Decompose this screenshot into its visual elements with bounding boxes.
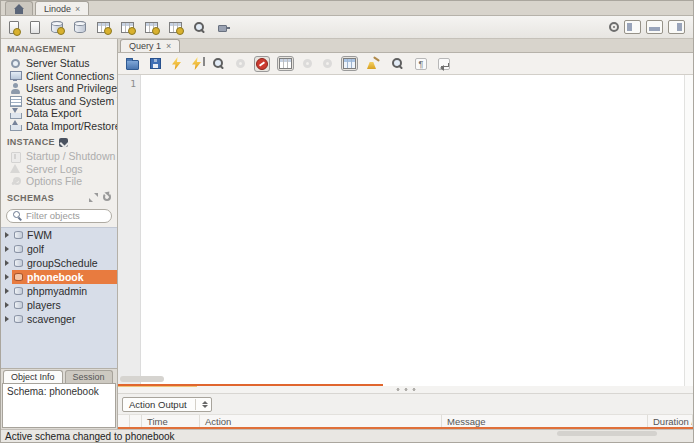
expander-icon[interactable] bbox=[1, 260, 12, 266]
open-sql-script-icon bbox=[30, 21, 40, 34]
status-message: Active schema changed to phonebook bbox=[5, 431, 175, 442]
commit-button[interactable] bbox=[301, 57, 314, 70]
find-magnifier-icon bbox=[391, 57, 404, 70]
tab-session[interactable]: Session bbox=[65, 370, 113, 383]
sidebar-item-system-variables[interactable]: Status and System Variables bbox=[1, 95, 117, 108]
schema-row-groupschedule[interactable]: groupSchedule bbox=[1, 256, 117, 270]
beautify-button[interactable] bbox=[365, 55, 382, 72]
explain-button[interactable] bbox=[210, 55, 227, 72]
output-col-action[interactable]: Action bbox=[200, 415, 442, 427]
toggle-left-panel-button[interactable] bbox=[624, 20, 641, 34]
new-function-icon bbox=[145, 22, 158, 33]
schema-icon bbox=[14, 259, 23, 267]
management-header: MANAGEMENT bbox=[1, 39, 117, 57]
output-col-message[interactable]: Message bbox=[442, 415, 648, 427]
schema-row-golf[interactable]: golf bbox=[1, 242, 117, 256]
filter-objects-input[interactable] bbox=[26, 210, 105, 221]
home-tab[interactable] bbox=[5, 1, 33, 15]
open-script-button[interactable] bbox=[124, 55, 141, 72]
rollback-button[interactable] bbox=[321, 57, 334, 70]
query-tabbar: Query 1 × bbox=[118, 39, 693, 53]
expander-icon[interactable] bbox=[1, 316, 12, 322]
expander-icon[interactable] bbox=[1, 288, 12, 294]
code-surface[interactable] bbox=[141, 75, 684, 386]
query-tab-1[interactable]: Query 1 × bbox=[120, 39, 180, 52]
horizontal-scrollbar-thumb[interactable] bbox=[120, 376, 164, 382]
output-col-time[interactable]: Time bbox=[142, 415, 200, 427]
expander-icon[interactable] bbox=[1, 302, 12, 308]
explain-magnifier-icon bbox=[212, 57, 225, 70]
reconnect-dbms-button[interactable] bbox=[217, 21, 230, 33]
toggle-autocommit-button[interactable] bbox=[341, 56, 358, 71]
search-table-data-button[interactable] bbox=[193, 21, 206, 34]
new-table-button[interactable] bbox=[74, 21, 86, 33]
refresh-icon[interactable] bbox=[103, 193, 111, 201]
new-stored-procedure-button[interactable] bbox=[121, 22, 134, 33]
expander-icon[interactable] bbox=[1, 232, 12, 238]
stop-on-error-icon bbox=[256, 58, 268, 70]
close-icon[interactable]: × bbox=[75, 4, 80, 14]
sidebar-item-data-export[interactable]: Data Export bbox=[1, 107, 117, 120]
sidebar-item-startup-shutdown[interactable]: Startup / Shutdown bbox=[1, 150, 117, 163]
output-view-select[interactable]: Action Output bbox=[122, 397, 212, 412]
schema-filter bbox=[1, 206, 117, 227]
editor-progress-line bbox=[118, 384, 383, 386]
new-schema-button[interactable] bbox=[51, 21, 63, 33]
vertical-scrollbar[interactable] bbox=[684, 75, 693, 386]
schema-icon bbox=[14, 315, 23, 323]
action-output-panel: Action Output Time Action Message Durati… bbox=[118, 394, 693, 429]
sql-code-editor[interactable]: 1 bbox=[118, 75, 693, 386]
panel-splitter[interactable] bbox=[118, 386, 693, 394]
sidebar-item-options-file[interactable]: Options File bbox=[1, 175, 117, 188]
tab-object-info[interactable]: Object Info bbox=[3, 370, 63, 383]
output-col-duration[interactable]: Duration / Fetch bbox=[648, 415, 693, 427]
limit-rows-button[interactable] bbox=[277, 56, 294, 71]
schema-row-fwm[interactable]: FWM bbox=[1, 228, 117, 242]
sidebar-item-server-status[interactable]: Server Status bbox=[1, 57, 117, 70]
sidebar-item-label: Status and System Variables bbox=[26, 95, 117, 107]
open-sql-script-button[interactable] bbox=[30, 21, 40, 34]
close-icon[interactable]: × bbox=[166, 41, 171, 51]
pilcrow-icon bbox=[415, 58, 427, 70]
toggle-bottom-panel-button[interactable] bbox=[646, 20, 663, 34]
expander-icon[interactable] bbox=[1, 274, 12, 280]
sidebar-item-label: Client Connections bbox=[26, 70, 114, 82]
new-event-button[interactable] bbox=[169, 22, 182, 33]
connection-tab-label: Linode bbox=[44, 4, 71, 14]
sidebar-item-server-logs[interactable]: Server Logs bbox=[1, 163, 117, 176]
find-button[interactable] bbox=[389, 55, 406, 72]
new-function-button[interactable] bbox=[145, 22, 158, 33]
schema-row-phonebook[interactable]: phonebook bbox=[1, 270, 117, 284]
expander-icon[interactable] bbox=[1, 246, 12, 252]
save-script-button[interactable] bbox=[148, 56, 163, 71]
new-sql-tab-button[interactable] bbox=[9, 21, 19, 34]
toggle-word-wrap-button[interactable] bbox=[436, 56, 452, 72]
output-view-label: Action Output bbox=[129, 399, 187, 410]
sidebar-item-label: Data Export bbox=[26, 107, 81, 119]
output-horizontal-scrollbar-thumb[interactable] bbox=[557, 431, 657, 436]
sidebar-item-client-connections[interactable]: Client Connections bbox=[1, 70, 117, 83]
stop-button[interactable] bbox=[234, 57, 247, 70]
execute-button[interactable] bbox=[170, 55, 183, 72]
execute-current-button[interactable] bbox=[190, 55, 203, 72]
toggle-invisible-chars-button[interactable] bbox=[413, 56, 429, 72]
main-toolbar bbox=[1, 16, 693, 39]
expand-panel-icon[interactable] bbox=[89, 193, 98, 202]
output-col-blank2 bbox=[130, 415, 142, 427]
mysql-workbench-window: Linode × MANAGEMENT Server Status bbox=[0, 0, 694, 443]
output-col-blank1 bbox=[118, 415, 130, 427]
sidebar-item-users-privileges[interactable]: Users and Privileges bbox=[1, 82, 117, 95]
sidebar-item-data-import[interactable]: Data Import/Restore bbox=[1, 120, 117, 133]
data-import-icon bbox=[10, 120, 21, 131]
toggle-stop-on-error-button[interactable] bbox=[254, 56, 270, 72]
new-table-icon bbox=[74, 21, 86, 33]
new-view-button[interactable] bbox=[97, 22, 110, 33]
schema-row-players[interactable]: players bbox=[1, 298, 117, 312]
query-tab-label: Query 1 bbox=[129, 41, 161, 51]
schema-row-scavenger[interactable]: scavenger bbox=[1, 312, 117, 326]
toggle-right-panel-button[interactable] bbox=[668, 20, 685, 34]
save-icon bbox=[150, 58, 161, 69]
schema-row-phpmyadmin[interactable]: phpmyadmin bbox=[1, 284, 117, 298]
stepper-icon bbox=[195, 399, 208, 410]
connection-tab-linode[interactable]: Linode × bbox=[35, 1, 89, 15]
